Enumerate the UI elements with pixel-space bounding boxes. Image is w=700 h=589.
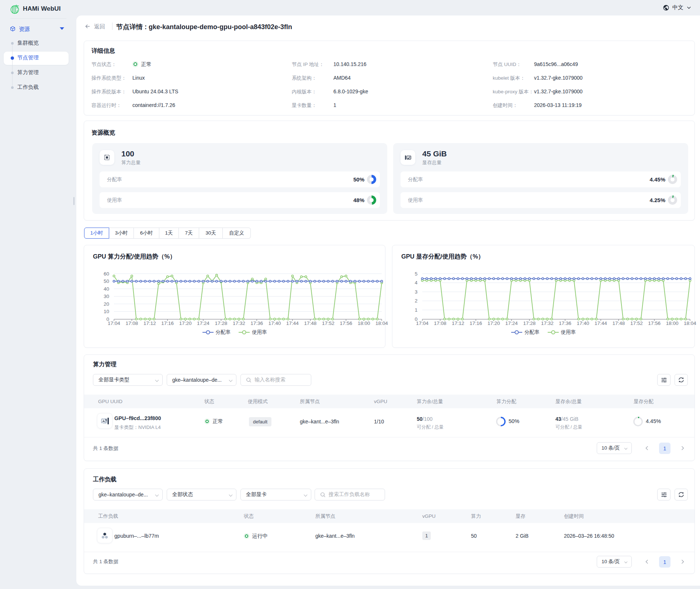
svg-text:17:20: 17:20 — [488, 321, 500, 326]
svg-text:17:44: 17:44 — [286, 321, 299, 326]
svg-text:17:24: 17:24 — [197, 321, 209, 326]
svg-text:20: 20 — [104, 301, 109, 307]
svg-text:10: 10 — [104, 309, 109, 314]
svg-text:17:48: 17:48 — [304, 321, 317, 326]
svg-text:17:24: 17:24 — [505, 321, 518, 326]
svg-text:30: 30 — [104, 294, 109, 299]
svg-text:17:04: 17:04 — [108, 321, 120, 326]
svg-text:60: 60 — [104, 271, 109, 277]
svg-text:18:00: 18:00 — [666, 321, 679, 326]
svg-text:17:44: 17:44 — [595, 321, 607, 326]
svg-text:17:16: 17:16 — [161, 321, 174, 326]
svg-text:2: 2 — [415, 298, 417, 304]
svg-text:40: 40 — [104, 286, 109, 292]
svg-text:17:52: 17:52 — [630, 321, 643, 326]
svg-text:17:40: 17:40 — [577, 321, 589, 326]
svg-text:18:00: 18:00 — [358, 321, 370, 326]
svg-text:17:16: 17:16 — [469, 321, 482, 326]
svg-text:17:32: 17:32 — [233, 321, 245, 326]
svg-text:17:40: 17:40 — [268, 321, 281, 326]
svg-text:17:52: 17:52 — [322, 321, 335, 326]
svg-text:5: 5 — [415, 271, 417, 277]
svg-text:17:28: 17:28 — [523, 321, 536, 326]
svg-text:18:04: 18:04 — [375, 321, 388, 326]
svg-text:50: 50 — [104, 278, 109, 284]
svg-text:17:20: 17:20 — [179, 321, 192, 326]
svg-text:1: 1 — [415, 307, 417, 313]
svg-text:17:08: 17:08 — [434, 321, 447, 326]
svg-text:17:56: 17:56 — [648, 321, 661, 326]
svg-text:17:56: 17:56 — [340, 321, 352, 326]
svg-text:17:04: 17:04 — [416, 321, 429, 326]
svg-text:17:12: 17:12 — [452, 321, 464, 326]
svg-text:17:36: 17:36 — [250, 321, 263, 326]
svg-text:17:28: 17:28 — [215, 321, 228, 326]
svg-text:17:36: 17:36 — [559, 321, 571, 326]
svg-text:17:12: 17:12 — [143, 321, 156, 326]
svg-text:4: 4 — [415, 280, 417, 285]
svg-text:18:04: 18:04 — [684, 321, 696, 326]
svg-text:3: 3 — [415, 289, 417, 295]
svg-text:17:48: 17:48 — [613, 321, 625, 326]
svg-text:17:32: 17:32 — [541, 321, 554, 326]
svg-text:17:08: 17:08 — [126, 321, 138, 326]
